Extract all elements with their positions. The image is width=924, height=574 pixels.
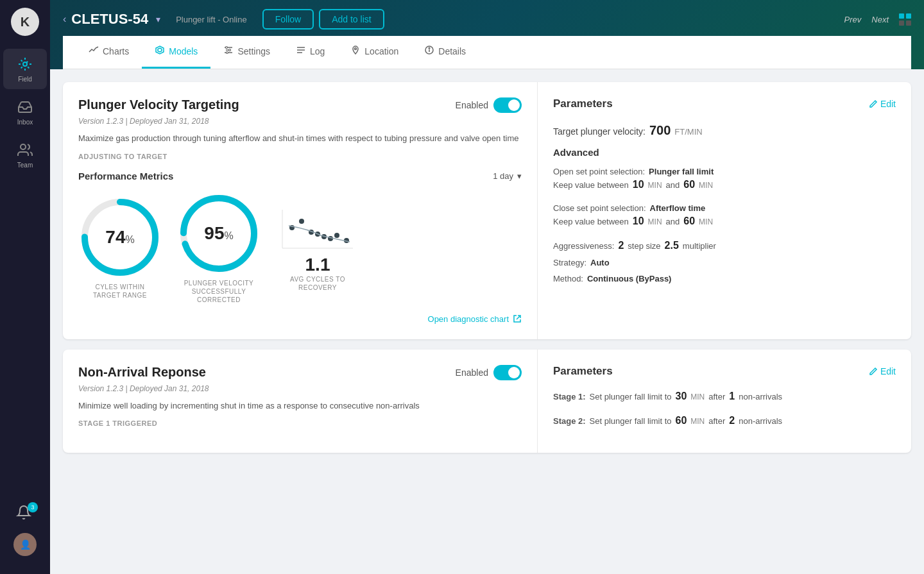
card-right-nar: Parameters Edit Stage 1: Set plunger fal… [538,350,911,453]
enabled-area-nar: Enabled [456,365,522,380]
sidebar-item-team[interactable]: Team [3,135,47,175]
sidebar-team-label: Team [17,162,33,169]
gauge-95: 95% PLUNGER VELOCITYSUCCESSFULLYCORRECTE… [177,192,261,304]
tab-charts-label: Charts [103,46,129,56]
mini-chart-label: AVG CYCLES TORECOVERY [290,275,345,292]
svg-point-29 [334,233,339,238]
next-button[interactable]: Next [871,15,889,24]
settings-icon [223,45,234,58]
svg-point-9 [227,52,228,54]
log-icon [296,45,306,58]
tab-models[interactable]: Models [142,36,210,69]
stage2-param: Stage 2: Set plunger fall limit to 60 MI… [553,415,896,426]
metrics-row: 74% CYLES WITHINTARGET RANGE [78,192,522,304]
inbox-icon [16,98,34,116]
grid-view-button[interactable] [899,13,911,26]
svg-marker-3 [158,48,162,52]
open-set-point: Open set point selection: Plunger fall l… [553,167,896,190]
prev-button[interactable]: Prev [844,15,862,24]
location-icon [350,45,361,58]
stage1-param: Stage 1: Set plunger fall limit to 30 MI… [553,391,896,402]
card-version-nar: Version 1.2.3 | Deployed Jan 31, 2018 [78,384,522,393]
charts-icon [89,45,99,58]
param-target-velocity: Target plunger velocity: 700 FT/MIN [553,123,896,138]
back-button[interactable]: ‹ [63,13,66,25]
perf-filter[interactable]: 1 day ▾ [493,171,522,181]
tab-settings[interactable]: Settings [210,36,283,69]
tab-details-label: Details [438,46,466,56]
gauge-74-label: CYLES WITHINTARGET RANGE [93,283,147,300]
card-left-pvt: Plunger Velocity Targeting Enabled Versi… [63,82,538,339]
add-to-list-button[interactable]: Add to list [319,9,384,30]
follow-button[interactable]: Follow [262,9,314,30]
card-left-nar: Non-Arrival Reponse Enabled Version 1.2.… [63,350,538,453]
field-icon [16,55,34,73]
notifications-button[interactable]: 3 [16,505,34,523]
tab-charts[interactable]: Charts [76,36,142,69]
method-param: Method: Continuous (ByPass) [553,274,896,283]
perf-header: Performance Metrics 1 day ▾ [78,171,522,181]
tab-settings-label: Settings [237,46,270,56]
toggle-pvt[interactable] [493,97,522,113]
edit-button-nar[interactable]: Edit [869,366,896,376]
close-set-point: Close set point selection: Afterflow tim… [553,203,896,227]
enabled-area-pvt: Enabled [456,97,522,113]
tab-location-label: Location [364,46,398,56]
gauge-74: 74% CYLES WITHINTARGET RANGE [78,196,162,300]
sidebar: K Field Inbox [0,0,50,574]
card-title-nar: Non-Arrival Reponse [78,365,206,380]
sidebar-item-field[interactable]: Field [3,49,47,89]
svg-marker-2 [156,46,164,54]
sidebar-field-label: Field [18,76,32,83]
svg-point-13 [355,48,357,50]
params-header-nar: Parameters Edit [553,365,896,378]
gauge-95-chart: 95% [177,192,261,275]
svg-point-1 [21,144,26,149]
diagnostic-link[interactable]: Open diagnostic chart [78,314,522,324]
toggle-knob-nar [508,367,520,378]
tab-location[interactable]: Location [338,36,411,69]
avatar[interactable]: K [11,8,39,36]
header-right: Prev Next [844,13,911,26]
params-title-nar: Parameters [553,365,613,378]
svg-point-7 [226,47,228,49]
well-subtitle: Plunger lift - Online [176,15,247,24]
params-title-pvt: Parameters [553,97,613,110]
gauge-95-label: PLUNGER VELOCITYSUCCESSFULLYCORRECTED [184,279,254,304]
toggle-knob-pvt [508,99,520,111]
sidebar-inbox-label: Inbox [17,119,33,126]
sidebar-item-inbox[interactable]: Inbox [3,92,47,132]
advanced-label: Advanced [553,147,896,158]
params-header-pvt: Parameters Edit [553,97,896,110]
mini-chart-svg [276,203,359,255]
well-title: CLETUS-54 [71,11,148,28]
svg-point-24 [299,219,304,224]
card-title-pvt: Plunger Velocity Targeting [78,97,239,112]
header: ‹ CLETUS-54 ▾ Plunger lift - Online Foll… [50,0,924,69]
card-header-nar: Non-Arrival Reponse Enabled [78,365,522,380]
svg-point-0 [23,62,27,66]
header-left: ‹ CLETUS-54 ▾ Plunger lift - Online Foll… [63,9,384,30]
svg-line-31 [517,316,520,319]
card-right-pvt: Parameters Edit Target plunger velocity:… [538,82,911,339]
tabs: Charts Models [63,36,911,69]
aggressiveness-param: Aggressiveness: 2 step size 2.5 multipli… [553,240,896,251]
non-arrival-card: Non-Arrival Reponse Enabled Version 1.2.… [63,350,911,453]
card-status-pvt: ADJUSTING TO TARGET [78,153,522,160]
enabled-label-nar: Enabled [456,367,488,378]
header-top: ‹ CLETUS-54 ▾ Plunger lift - Online Foll… [63,9,911,30]
team-icon [16,141,34,159]
card-status-nar: STAGE 1 TRIGGERED [78,419,522,427]
well-dropdown[interactable]: ▾ [156,14,160,24]
enabled-label-pvt: Enabled [456,100,488,110]
gauge-74-chart: 74% [78,196,162,279]
sidebar-nav: Field Inbox Team [3,49,47,505]
user-avatar-bottom[interactable]: 👤 [13,533,37,556]
card-desc-pvt: Maximize gas production through tuning a… [78,132,522,145]
toggle-nar[interactable] [493,365,522,380]
mini-chart-value: 1.1 [305,255,330,275]
tab-log[interactable]: Log [283,36,338,69]
strategy-param: Strategy: Auto [553,258,896,267]
edit-button-pvt[interactable]: Edit [869,99,896,109]
tab-details[interactable]: Details [411,36,479,69]
